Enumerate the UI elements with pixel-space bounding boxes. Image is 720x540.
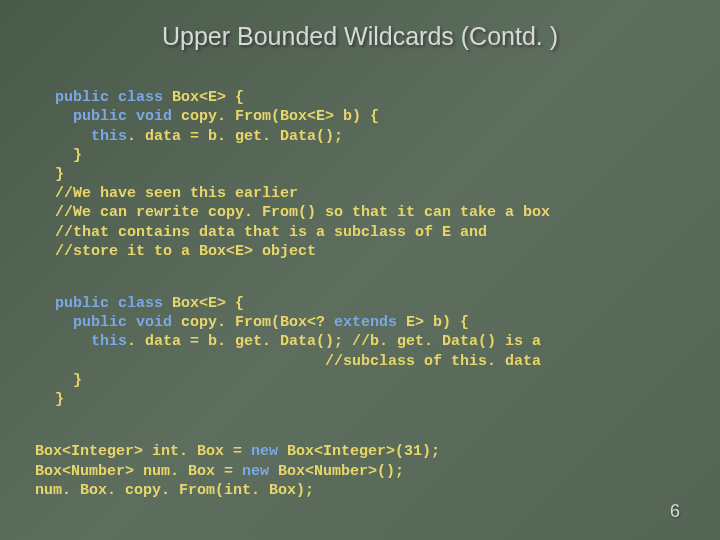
tx: Box<Number> num. Box = xyxy=(35,463,242,480)
code-block-1: public class Box<E> { public void copy. … xyxy=(0,69,720,261)
tx: } xyxy=(55,147,82,164)
kw: public class xyxy=(55,295,172,312)
tx: copy. From(Box<E> b) { xyxy=(181,108,379,125)
tx: . data = b. get. Data(); //b. get. Data(… xyxy=(127,333,541,350)
code-block-3: Box<Integer> int. Box = new Box<Integer>… xyxy=(0,423,720,500)
tx: num. Box. copy. From(int. Box); xyxy=(35,482,314,499)
tx: } xyxy=(55,372,82,389)
comment: //We have seen this earlier xyxy=(55,185,298,202)
tx: E> b) { xyxy=(406,314,469,331)
tx: Box<Number>(); xyxy=(278,463,404,480)
kw: new xyxy=(251,443,287,460)
kw: public void xyxy=(55,108,181,125)
tx: Box<Integer>(31); xyxy=(287,443,440,460)
kw: public class xyxy=(55,89,172,106)
slide-title: Upper Bounded Wildcards (Contd. ) xyxy=(0,0,720,51)
comment: //We can rewrite copy. From() so that it… xyxy=(55,204,550,221)
tx: Box<E> { xyxy=(172,89,244,106)
comment: //store it to a Box<E> object xyxy=(55,243,316,260)
comment: //that contains data that is a subclass … xyxy=(55,224,487,241)
tx: } xyxy=(55,391,64,408)
spacer xyxy=(0,261,720,275)
tx: //subclass of this. data xyxy=(55,353,541,370)
kw: public void xyxy=(55,314,181,331)
tx: } xyxy=(55,166,64,183)
spacer xyxy=(0,409,720,423)
kw: this xyxy=(55,333,127,350)
code-block-2: public class Box<E> { public void copy. … xyxy=(0,275,720,409)
kw: new xyxy=(242,463,278,480)
tx: . data = b. get. Data(); xyxy=(127,128,343,145)
tx: Box<Integer> int. Box = xyxy=(35,443,251,460)
tx: copy. From(Box<? xyxy=(181,314,334,331)
kw: this xyxy=(55,128,127,145)
page-number: 6 xyxy=(670,501,680,522)
kw: extends xyxy=(334,314,406,331)
tx: Box<E> { xyxy=(172,295,244,312)
